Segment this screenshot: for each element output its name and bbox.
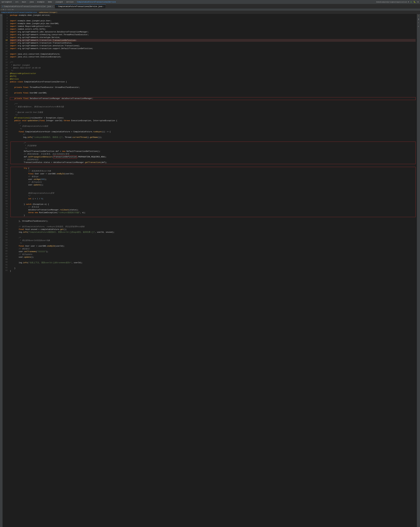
structure-icon[interactable]: ▐ <box>0 15 2 15</box>
code-line-48: * 开启新事务 <box>11 144 415 147</box>
code-line-12: import org.springframework.transaction.a… <box>10 44 416 47</box>
code-line-43: final CompletableFuture<Void> completabl… <box>10 131 416 133</box>
code-line-84: final User user = userDAO.oneById(userId… <box>10 245 416 248</box>
breadcrumb-class[interactable]: CompletableFutureTransactionalService <box>1 11 37 13</box>
nav-java[interactable]: java <box>29 1 34 3</box>
nav-service[interactable]: service <box>65 1 74 3</box>
tab-service-close[interactable]: ✕ <box>103 6 104 7</box>
code-line-16: import java.util.concurrent.ExecutionExc… <box>10 56 416 58</box>
code-line-67: int i = 1 / 0; <box>11 198 415 200</box>
code-line-80 <box>10 234 416 237</box>
run-button[interactable]: ▶ <box>410 1 412 3</box>
code-line-20: * @date 2022/10/07 16:08:44 <box>10 67 416 69</box>
code-line-31: private final DataSourceTransactionManag… <box>10 97 416 100</box>
code-line-93: } <box>10 270 416 273</box>
code-line-36: * @param userId User主键值 <box>10 111 416 114</box>
code-line-17 <box>10 58 416 61</box>
warning-bar: ⚠ 3 | ↑ 1 | ∧ <box>0 9 420 11</box>
code-line-6: import lombok.extern.slf4j.Slf4j; <box>10 28 416 31</box>
code-line-51: // 事物传播策略: 开启新事务, 挂起当前线程父事务 <box>11 153 415 156</box>
code-line-9: import org.springframework.stereotype.Se… <box>10 36 416 39</box>
code-line-2 <box>10 17 416 20</box>
code-line-35: * <box>10 108 416 111</box>
code-line-58: final User user = userDAO.oneById(userId… <box>11 173 415 175</box>
code-line-52: def.setPropagationBehavior(TransactionDe… <box>11 156 415 158</box>
code-content[interactable]: package example.demo.jiangkd.service; im… <box>9 14 417 527</box>
code-line-25: public class CompletableFutureTransactio… <box>10 81 416 83</box>
warning-icon: ⚠ <box>1 9 2 11</box>
tab-bar: J CompletableFutureTransactionalControll… <box>0 4 420 9</box>
nav-jiangkd[interactable]: jiangkd <box>55 1 63 3</box>
editor-main: ▐ 1 2 3 4 5 6 7 8 9 10 11 12 13 14 15 16 <box>0 14 420 527</box>
code-line-91 <box>10 264 416 267</box>
code-line-30 <box>10 94 416 97</box>
nav-springboot[interactable]: springboot <box>1 1 12 3</box>
code-line-89 <box>10 259 416 262</box>
code-line-71: dataSourceTransactionManager.rollback(st… <box>11 209 415 211</box>
tab-controller-close[interactable]: ✕ <box>52 6 53 7</box>
nav-demo[interactable]: demo <box>47 1 53 3</box>
code-line-33: /** <box>10 103 416 106</box>
nav-class[interactable]: CompletableFutureTransactionalService <box>76 1 116 3</box>
code-line-34: * 根据id修改User, 测试CompletableFuture事务问题 <box>10 106 416 108</box>
code-line-40: /* <box>10 122 416 125</box>
tab-service-icon: J <box>56 6 57 7</box>
code-line-50: DefaultTransactionDefinition def = new D… <box>11 150 415 153</box>
code-line-74 <box>10 217 416 220</box>
left-panel: ▐ <box>0 14 3 527</box>
code-line-85: // 修改备注 <box>10 248 416 250</box>
code-line-32 <box>10 100 416 103</box>
nav-example[interactable]: example <box>36 1 45 3</box>
code-line-24: @Service <box>10 78 416 81</box>
sidebar-icon-1[interactable]: ⚠ <box>417 15 420 17</box>
breadcrumb-method[interactable]: updateUser(Integer) <box>39 11 57 13</box>
code-line-79: log.info("CompletableFuture线程执行, 更新userI… <box>10 231 416 234</box>
code-line-59: // 修改age <box>11 175 415 178</box>
code-line-49: */ <box>11 147 415 150</box>
sidebar-icon-3[interactable]: ≡ <box>417 22 420 24</box>
top-nav-bar: springboot › src › main › java › example… <box>0 0 420 4</box>
nav-main[interactable]: main <box>21 1 27 3</box>
code-line-81: /* <box>10 237 416 239</box>
code-line-60: user.setAge(666); <box>11 178 415 181</box>
code-line-68 <box>11 200 415 203</box>
code-line-73: } <box>11 214 415 217</box>
settings-button[interactable]: ⚙ <box>417 1 419 3</box>
sidebar-icon-4[interactable]: ◈ <box>417 25 420 27</box>
tab-controller-label: CompletableFutureTransactionalController… <box>4 6 51 8</box>
run-config[interactable]: DemoExampleSpringbootApplication ▼ <box>376 1 409 3</box>
tab-service-label: CompletableFutureTransactionalService.ja… <box>58 6 102 8</box>
warning-count: 3 | ↑ 1 | ∧ <box>3 9 13 11</box>
code-line-77: // 执行CompletableFuture, runAsync没有返回, 所以… <box>10 225 416 228</box>
sidebar-icon-2[interactable]: ▐ <box>417 18 420 21</box>
tab-service[interactable]: J CompletableFutureTransactionalService.… <box>55 5 106 8</box>
code-line-69: } catch (Exception e) { <box>11 203 415 206</box>
code-line-45: log.info("runAsync线程执行, 线程名:{}", Thread.… <box>10 136 416 139</box>
code-line-5: import lombok.RequiredArgsConstructor; <box>10 25 416 28</box>
code-line-1: package example.demo.jiangkd.service; <box>10 14 416 17</box>
code-line-70: // 事务回滚 <box>11 206 415 209</box>
code-line-21: */ <box>10 69 416 72</box>
code-line-56: try { <box>11 167 415 170</box>
line-numbers: 1 2 3 4 5 6 7 8 9 10 11 12 13 14 15 16 1… <box>3 14 9 527</box>
code-line-3: import example.demo.jiangkd.pojo.User; <box>10 20 416 22</box>
code-line-13: import org.springframework.transaction.s… <box>10 47 416 50</box>
code-line-47: /* <box>11 142 415 144</box>
code-line-76 <box>10 223 416 225</box>
breadcrumb-bar: CompletableFutureTransactionalService › … <box>0 11 420 14</box>
code-line-87: // 执行update <box>10 253 416 256</box>
tab-controller-icon: J <box>2 6 3 7</box>
code-line-90: log.info("当前上下文, 更新userId:{}的tranmemo成功=… <box>10 262 416 264</box>
nav-src[interactable]: src <box>15 1 19 3</box>
code-line-42: */ <box>10 128 416 131</box>
code-line-57: // 根据参数查询user对象 <box>11 170 415 173</box>
code-line-10: import org.springframework.transaction.T… <box>10 39 416 42</box>
code-line-55 <box>10 164 416 167</box>
code-line-23: @Slf4j <box>10 75 416 78</box>
debug-button[interactable]: 🐛 <box>413 1 416 3</box>
code-line-75: }, threadPoolTaskExecutor); <box>10 220 416 223</box>
code-line-7: import org.springframework.jdbc.datasour… <box>10 31 416 33</box>
tab-controller[interactable]: J CompletableFutureTransactionalControll… <box>0 5 54 8</box>
code-line-82: * 再次查询userId对应的user对象 <box>10 239 416 242</box>
code-line-54: TransactionStatus status = dataSourceTra… <box>11 161 415 164</box>
